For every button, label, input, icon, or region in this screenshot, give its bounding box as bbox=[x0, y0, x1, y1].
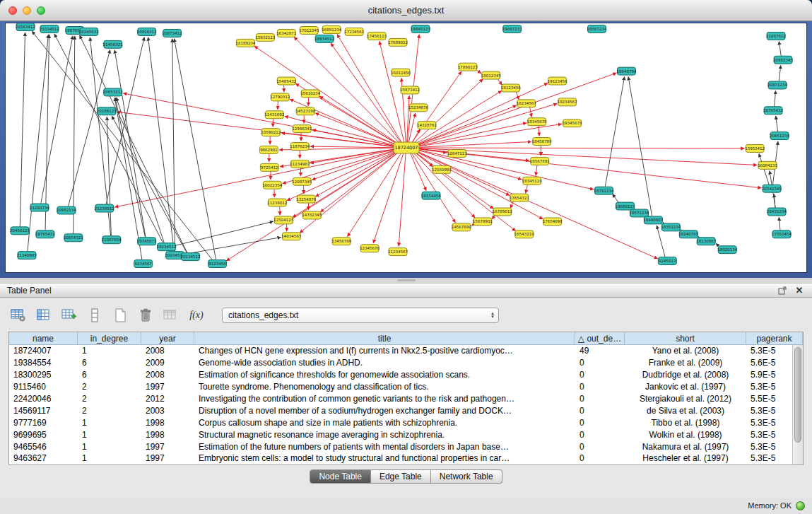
network-window-titlebar[interactable]: citations_edges.txt bbox=[0, 0, 812, 21]
graph-node[interactable]: 19345671 bbox=[137, 238, 157, 245]
graph-node[interactable]: 11234567 bbox=[388, 248, 408, 256]
network-view[interactable]: 1872400715485432127903121143169210590212… bbox=[5, 23, 807, 273]
graph-node[interactable]: 12790312 bbox=[270, 93, 290, 101]
graph-node[interactable]: 17012345 bbox=[299, 26, 319, 34]
table-row[interactable]: 946554611997Estimation of the future num… bbox=[9, 440, 803, 452]
graph-node[interactable]: 13254876 bbox=[296, 195, 316, 203]
graph-node[interactable]: 19234512 bbox=[157, 243, 177, 251]
graph-node[interactable]: 21456321 bbox=[103, 40, 123, 48]
graph-node[interactable]: 18567234 bbox=[587, 25, 607, 33]
graph-node[interactable]: 20654321 bbox=[64, 234, 83, 242]
float-panel-icon[interactable] bbox=[777, 285, 788, 296]
table-row[interactable]: 1872400712008Changes of HCN gene express… bbox=[9, 345, 803, 357]
table-row[interactable]: 1830029562008Estimation of significance … bbox=[9, 369, 803, 381]
network-canvas[interactable]: 1872400715485432127903121143169210590212… bbox=[6, 23, 806, 272]
column-header-short[interactable]: short bbox=[625, 332, 746, 344]
graph-node[interactable]: 17890123 bbox=[458, 63, 478, 71]
graph-node[interactable]: 19845123 bbox=[411, 25, 430, 33]
graph-node[interactable]: 18234567 bbox=[517, 100, 536, 107]
graph-node[interactable]: 15485432 bbox=[276, 77, 296, 85]
graph-node[interactable]: 21098734 bbox=[30, 204, 49, 211]
graph-node[interactable]: 18571234 bbox=[629, 209, 649, 217]
graph-node[interactable]: 17689012 bbox=[388, 38, 408, 46]
graph-node[interactable]: 12998341 bbox=[292, 125, 312, 133]
graph-node[interactable]: 21238912 bbox=[95, 204, 114, 212]
graph-node[interactable]: 15932123 bbox=[255, 33, 275, 41]
vertical-scrollbar[interactable] bbox=[792, 345, 803, 465]
create-column-button[interactable] bbox=[59, 306, 79, 325]
table-row[interactable]: 946362711997Embryonic stem cells: a mode… bbox=[9, 452, 803, 465]
show-columns-button[interactable] bbox=[34, 306, 54, 325]
graph-node[interactable]: 12160991 bbox=[432, 165, 452, 173]
graph-node[interactable]: 14567890 bbox=[452, 223, 471, 231]
graph-node[interactable]: 16789012 bbox=[493, 208, 512, 216]
graph-node[interactable]: 19154456 bbox=[421, 192, 441, 199]
graph-node[interactable]: 20873412 bbox=[163, 29, 182, 37]
graph-node[interactable]: 20916312 bbox=[137, 28, 157, 35]
graph-node[interactable]: 21087654 bbox=[102, 236, 122, 244]
graph-node[interactable]: 20651234 bbox=[770, 132, 789, 140]
graph-node[interactable]: 12504123 bbox=[273, 216, 293, 224]
tab-edge-table[interactable]: Edge Table bbox=[371, 469, 431, 484]
graph-node[interactable]: 20542345 bbox=[762, 185, 782, 192]
graph-node[interactable]: 14782345 bbox=[302, 211, 322, 219]
graph-node[interactable]: 18351234 bbox=[661, 223, 681, 231]
graph-node[interactable]: 10647123 bbox=[447, 149, 467, 157]
graph-node[interactable]: 20765432 bbox=[763, 107, 783, 115]
table-row[interactable]: 2242004622012Investigating the contribut… bbox=[9, 393, 803, 405]
tab-node-table[interactable]: Node Table bbox=[310, 469, 371, 484]
graph-node[interactable]: 9123456 bbox=[208, 260, 226, 268]
new-table-button[interactable] bbox=[110, 306, 130, 325]
graph-node[interactable]: 17234561 bbox=[344, 28, 364, 35]
scrollbar-thumb[interactable] bbox=[794, 347, 801, 443]
graph-node[interactable]: 20456123 bbox=[10, 227, 30, 235]
graph-node[interactable]: 19765432 bbox=[35, 230, 55, 238]
tab-network-table[interactable]: Network Table bbox=[431, 469, 502, 484]
graph-node[interactable]: 16342871 bbox=[276, 29, 296, 37]
graph-node[interactable]: 18567891 bbox=[530, 157, 550, 165]
network-table-selector[interactable]: citations_edges.txt ▲▼ bbox=[222, 308, 499, 323]
graph-node[interactable]: 19648794 bbox=[617, 67, 637, 75]
column-header-in_degree[interactable]: in_degree bbox=[78, 332, 141, 344]
graph-node[interactable]: 13456789 bbox=[331, 238, 351, 245]
graph-node[interactable]: 16891234 bbox=[322, 25, 341, 33]
graph-node[interactable]: 17654321 bbox=[510, 194, 529, 201]
graph-node[interactable]: 11876234 bbox=[290, 143, 310, 151]
graph-node[interactable]: 14328761 bbox=[417, 122, 437, 129]
graph-node[interactable]: 9862901 bbox=[259, 146, 278, 154]
graph-node[interactable]: 9245012 bbox=[658, 257, 676, 265]
graph-node[interactable]: 19345678 bbox=[563, 119, 582, 127]
graph-node[interactable]: 11239812 bbox=[267, 199, 287, 206]
graph-node[interactable]: 20145632 bbox=[79, 28, 99, 35]
graph-node[interactable]: 15234876 bbox=[408, 104, 428, 112]
graph-node[interactable]: 18724007 bbox=[394, 142, 419, 153]
graph-node[interactable]: 18460987 bbox=[643, 216, 663, 224]
graph-node[interactable]: 18934512 bbox=[314, 35, 334, 42]
graph-node[interactable]: 20871234 bbox=[767, 81, 787, 89]
graph-node[interactable]: 18130987 bbox=[696, 238, 716, 245]
graph-node[interactable]: 18345678 bbox=[527, 118, 547, 126]
graph-node[interactable]: 17703454 bbox=[772, 230, 792, 238]
graph-node[interactable]: 18345120 bbox=[522, 177, 542, 185]
graph-node[interactable]: 20431234 bbox=[767, 208, 787, 216]
graph-node[interactable]: 11431692 bbox=[264, 111, 284, 119]
graph-node[interactable]: 15873412 bbox=[400, 86, 420, 94]
graph-node[interactable]: 19087231 bbox=[502, 25, 522, 33]
graph-node[interactable]: 11234987 bbox=[290, 160, 310, 168]
table-settings-button[interactable] bbox=[8, 306, 28, 325]
panel-splitter[interactable] bbox=[0, 278, 812, 283]
graph-node[interactable]: 9725412 bbox=[260, 163, 278, 171]
graph-node[interactable]: 12345678 bbox=[360, 245, 379, 252]
graph-node[interactable]: 16189234 bbox=[235, 39, 255, 47]
graph-node[interactable]: 17456123 bbox=[367, 32, 387, 40]
graph-node[interactable]: 18012345 bbox=[481, 71, 501, 79]
graph-node[interactable]: 18456789 bbox=[532, 138, 552, 146]
table-row[interactable]: 969969511998Structural magnetic resonanc… bbox=[9, 428, 803, 440]
graph-node[interactable]: 15953412 bbox=[745, 145, 765, 153]
close-panel-icon[interactable]: ✕ bbox=[794, 285, 805, 296]
graph-node[interactable]: 18680123 bbox=[616, 202, 635, 210]
table-row[interactable]: 1456911722003Disruption of a novel membe… bbox=[9, 404, 803, 416]
graph-node[interactable]: 14034567 bbox=[281, 233, 301, 240]
column-header-title[interactable]: title bbox=[194, 332, 575, 344]
graph-node[interactable]: 12087345 bbox=[292, 177, 312, 185]
